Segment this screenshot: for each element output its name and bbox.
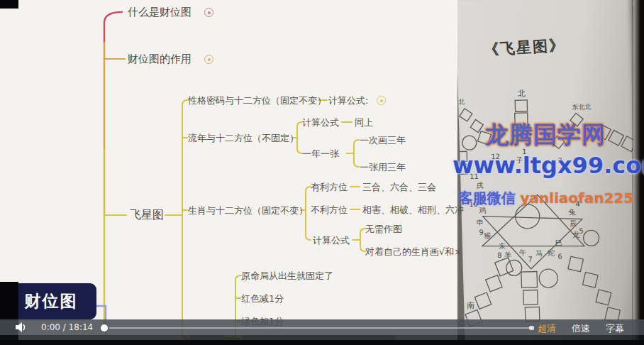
node-formula-1: 计算公式: (328, 95, 368, 106)
letterbox-bottom (0, 340, 644, 345)
marker-icon (377, 96, 386, 105)
quality-button[interactable]: 超清 (538, 322, 556, 335)
subtitle-button[interactable]: 字幕 (606, 322, 624, 335)
root-node-caiweitu: 财位图 (6, 283, 96, 319)
node-origin-fixed: 原命局从出生就固定了 (241, 270, 333, 281)
time-display: 0:00 / 18:14 (41, 322, 93, 332)
video-player-frame: 什么是财位图 财位图的作用 性格密码与十二方位（固定不变） 计算公式: 流年与十… (0, 0, 644, 345)
node-personality-12-directions: 性格密码与十二方位（固定不变） (188, 95, 326, 106)
progress-bar[interactable] (109, 327, 533, 329)
volume-icon[interactable] (14, 321, 30, 334)
priority-icon (204, 55, 213, 64)
watermark-site-url: www.ltgx99.com (453, 152, 638, 179)
watermark-site-name: 龙腾国学网 (457, 119, 633, 151)
node-favorable-direction: 有利方位 (311, 182, 348, 192)
node-zodiac-12-directions: 生肖与十二方位（固定不变） (188, 205, 308, 216)
node-red-minus-1: 红色减1分 (241, 293, 284, 304)
watermark-contact: 客服微信 yanliaofan225 (455, 189, 637, 208)
node-one-per-year: 一年一张 (302, 148, 339, 159)
node-draw-three-years: 一次画三年 (360, 135, 406, 146)
watermark-contact-label: 客服微信 (459, 190, 516, 207)
root-node-label: 财位图 (25, 290, 78, 312)
node-unfavorable-detail: 相害、相破、相刑、六冲 (362, 204, 464, 215)
priority-icon (204, 8, 213, 17)
node-use-three-years: 一张用三年 (360, 162, 406, 172)
watermark-contact-id: yanliaofan225 (521, 190, 634, 207)
node-no-drawing-needed: 无需作图 (365, 224, 402, 234)
playback-speed-button[interactable]: 倍速 (572, 322, 590, 335)
node-what-is-caiweitu: 什么是财位图 (128, 6, 191, 18)
letterbox-corner (0, 0, 18, 9)
node-liunian-12-directions: 流年与十二方位（不固定） (188, 133, 299, 143)
node-same-as-above: 同上 (355, 117, 373, 128)
node-unfavorable-direction: 不利方位 (311, 204, 348, 215)
node-favorable-detail: 三合、六合、三会 (362, 182, 436, 192)
node-formula-2: 计算公式 (302, 117, 339, 128)
node-formula-3: 计算公式 (313, 235, 350, 246)
progress-thumb[interactable] (529, 326, 534, 330)
progress-handle[interactable] (101, 324, 108, 332)
node-mark-own-zodiac: 对着自己的生肖画√和× (365, 246, 462, 257)
node-caiweitu-function: 财位图的作用 (128, 53, 191, 65)
node-feixingtu: 飞星图 (130, 208, 164, 221)
